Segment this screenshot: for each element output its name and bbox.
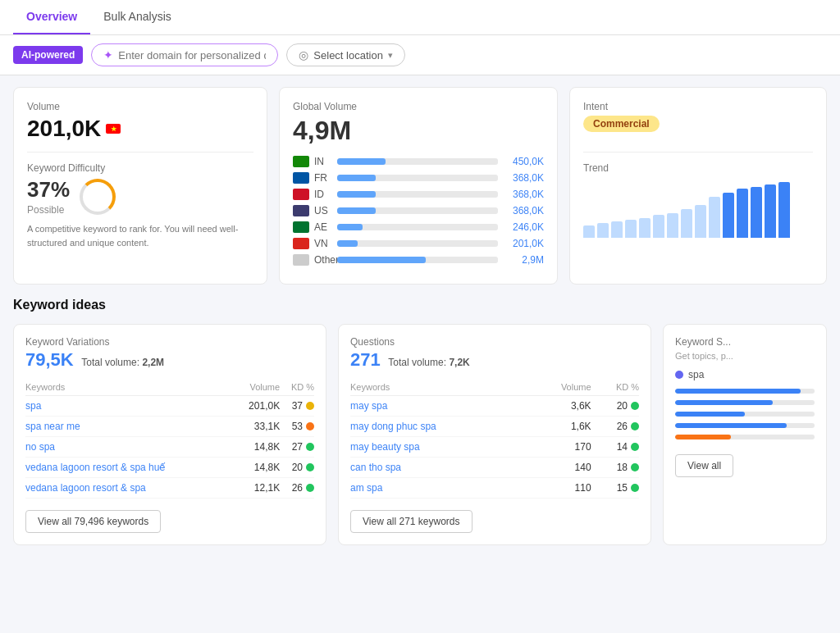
keyword-link[interactable]: spa xyxy=(25,400,41,412)
nav-overview[interactable]: Overview xyxy=(13,0,90,34)
strategy-bar-track xyxy=(675,423,815,428)
strategy-spa-label: spa xyxy=(688,369,704,380)
keyword-link[interactable]: spa near me xyxy=(25,421,80,432)
kd-possible: Possible xyxy=(27,204,70,216)
global-volume-label: Global Volume xyxy=(293,101,544,112)
trend-bar xyxy=(765,184,776,238)
domain-input-wrapper[interactable]: ✦ xyxy=(91,43,278,66)
table-row: no spa 14,8K 27 xyxy=(25,437,314,458)
keyword-volume: 33,1K xyxy=(234,417,281,437)
bar-code: AE xyxy=(314,221,332,233)
kd-cell: 26 xyxy=(280,482,314,494)
variations-table: Keywords Volume KD % spa 201,0K 37 spa n… xyxy=(25,379,314,499)
view-all-strategy-button[interactable]: View all xyxy=(675,454,733,477)
bar-track xyxy=(337,224,498,230)
keyword-volume: 201,0K xyxy=(234,396,281,417)
bar-track xyxy=(337,191,498,198)
global-bars: IN 450,0K FR 368,0K ID 368,0K US 368,0K … xyxy=(293,156,544,266)
keyword-link[interactable]: may spa xyxy=(350,400,387,412)
flag-icon xyxy=(293,205,309,216)
table-row: vedana lagoon resort & spa huế 14,8K 20 xyxy=(25,458,314,478)
location-select[interactable]: ◎ Select location ▾ xyxy=(286,43,405,66)
spark-icon: ✦ xyxy=(103,48,113,61)
strategy-bar-track xyxy=(675,389,815,394)
trend-bar xyxy=(611,221,623,238)
bar-code: Other xyxy=(314,254,332,266)
keyword-link[interactable]: vedana lagoon resort & spa huế xyxy=(25,462,165,473)
bar-code: FR xyxy=(314,172,332,184)
cards-row: Volume 201,0K Keyword Difficulty 37% Pos… xyxy=(13,87,827,285)
strategy-bar-track xyxy=(675,400,815,405)
bar-fill xyxy=(337,240,358,247)
keyword-link[interactable]: may beauty spa xyxy=(350,441,420,453)
kd-cell: 53 xyxy=(280,421,314,432)
trend-label: Trend xyxy=(583,162,813,174)
bar-value: 246,0K xyxy=(503,221,544,233)
trend-bar xyxy=(723,193,734,238)
questions-total-vol: Total volume: 7,2K xyxy=(388,357,469,368)
kd-dot-icon xyxy=(631,484,639,492)
bar-track xyxy=(337,257,498,263)
trend-bar xyxy=(583,225,595,238)
kd-cell: 15 xyxy=(591,482,639,494)
trend-bar xyxy=(681,209,692,238)
table-row: may dong phuc spa 1,6K 26 xyxy=(350,417,639,437)
kd-number: 37 xyxy=(292,400,303,412)
kd-number: 26 xyxy=(617,421,628,432)
flag-icon xyxy=(293,254,309,266)
strategy-bar-track xyxy=(675,435,815,439)
table-row: am spa 110 15 xyxy=(350,478,639,499)
bar-code: IN xyxy=(314,156,332,167)
questions-table: Keywords Volume KD % may spa 3,6K 20 may… xyxy=(350,379,639,499)
questions-panel: Questions 271 Total volume: 7,2K Keyword… xyxy=(338,324,651,545)
kd-number: 18 xyxy=(617,462,628,473)
kd-section: Keyword Difficulty 37% Possible A compet… xyxy=(27,162,253,249)
domain-input[interactable] xyxy=(118,49,266,61)
bar-track xyxy=(337,240,498,247)
flag-icon xyxy=(293,238,309,249)
keyword-link[interactable]: vedana lagoon resort & spa xyxy=(25,482,146,494)
bar-track xyxy=(337,158,498,165)
questions-count: 271 xyxy=(350,349,381,370)
flag-icon xyxy=(293,156,309,167)
strategy-bar-row xyxy=(675,400,815,405)
bar-code: US xyxy=(314,205,332,216)
global-bar-row: AE 246,0K xyxy=(293,221,544,233)
view-all-questions-button[interactable]: View all 271 keywords xyxy=(350,510,472,533)
chevron-down-icon: ▾ xyxy=(388,50,393,61)
bar-value: 368,0K xyxy=(503,172,544,184)
kd-cell: 27 xyxy=(280,441,314,453)
kd-number: 14 xyxy=(617,441,628,453)
kd-number: 20 xyxy=(292,462,303,473)
keyword-link[interactable]: may dong phuc spa xyxy=(350,421,436,432)
bar-value: 2,9M xyxy=(503,254,544,266)
keyword-link[interactable]: am spa xyxy=(350,482,382,494)
top-nav: Overview Bulk Analysis xyxy=(0,0,840,35)
view-all-variations-button[interactable]: View all 79,496 keywords xyxy=(25,510,161,533)
keyword-ideas-row: Keyword Variations 79,5K Total volume: 2… xyxy=(13,324,827,545)
bar-fill xyxy=(337,191,376,198)
trend-bar xyxy=(695,205,706,238)
toolbar: AI-powered ✦ ◎ Select location ▾ xyxy=(0,35,840,75)
keyword-link[interactable]: no spa xyxy=(25,441,55,453)
global-bar-row: FR 368,0K xyxy=(293,172,544,184)
keyword-volume: 14,8K xyxy=(234,458,281,478)
keyword-volume: 3,6K xyxy=(528,396,591,417)
bar-track xyxy=(337,207,498,214)
kd-dot-icon xyxy=(631,422,639,430)
kd-dot-icon xyxy=(306,463,314,471)
intent-card: Intent Commercial Trend xyxy=(569,87,827,285)
kd-dot-icon xyxy=(306,422,314,430)
flag-icon xyxy=(293,172,309,184)
table-row: spa near me 33,1K 53 xyxy=(25,417,314,437)
nav-bulk-analysis[interactable]: Bulk Analysis xyxy=(90,0,184,34)
strategy-bar-fill xyxy=(675,423,787,428)
global-volume-card: Global Volume 4,9M IN 450,0K FR 368,0K I… xyxy=(279,87,558,285)
keyword-volume: 1,6K xyxy=(528,417,591,437)
kd-description: A competitive keyword to rank for. You w… xyxy=(27,222,253,249)
kd-value: 37% xyxy=(27,177,70,203)
keyword-link[interactable]: can tho spa xyxy=(350,462,401,473)
global-bar-row: US 368,0K xyxy=(293,205,544,216)
strategy-title: Keyword S... xyxy=(675,336,815,348)
bar-fill xyxy=(337,158,386,165)
